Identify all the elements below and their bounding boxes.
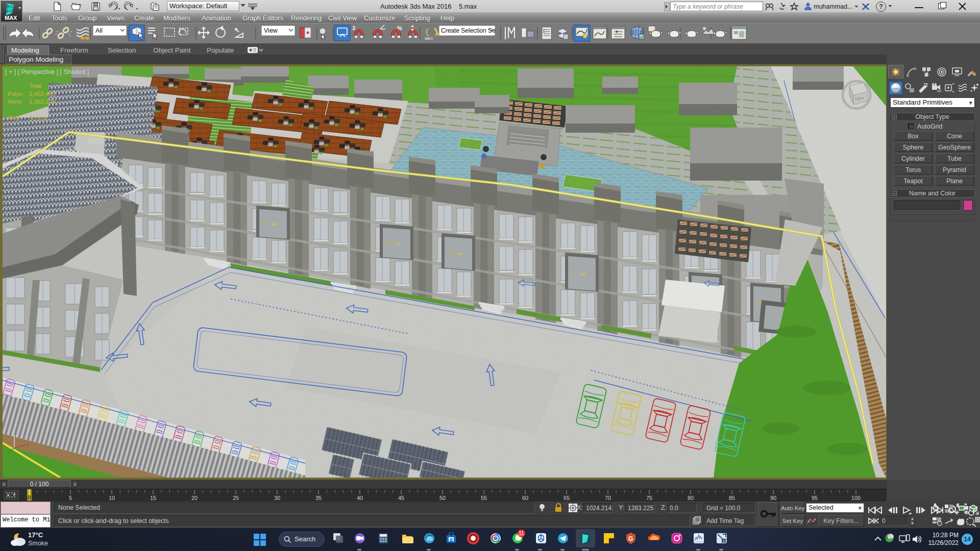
svg-text:40: 40 xyxy=(357,495,363,501)
svg-text:muhammad...: muhammad... xyxy=(814,3,852,10)
svg-text:50: 50 xyxy=(439,495,446,501)
svg-text:45: 45 xyxy=(398,495,404,501)
svg-text:35: 35 xyxy=(315,495,322,501)
svg-text:60: 60 xyxy=(522,495,528,501)
svg-text:5: 5 xyxy=(69,495,72,501)
svg-text:85: 85 xyxy=(729,495,735,501)
svg-text:55: 55 xyxy=(481,495,487,501)
svg-text:30: 30 xyxy=(274,495,280,501)
svg-text:15: 15 xyxy=(150,495,156,501)
svg-text:65: 65 xyxy=(564,495,570,501)
svg-text:0: 0 xyxy=(28,494,31,500)
svg-text:20: 20 xyxy=(191,495,198,501)
svg-text:25: 25 xyxy=(233,495,239,501)
svg-text:View: View xyxy=(264,27,278,34)
svg-text:G: G xyxy=(628,535,633,542)
svg-text:100: 100 xyxy=(851,495,861,501)
svg-text:80: 80 xyxy=(688,495,694,501)
svg-text:All: All xyxy=(95,27,103,34)
svg-text:3: 3 xyxy=(352,25,355,31)
svg-text:Create Selection Se: Create Selection Se xyxy=(441,27,496,34)
svg-text:%: % xyxy=(397,25,402,31)
svg-text:10: 10 xyxy=(109,495,115,501)
svg-text:70: 70 xyxy=(605,495,611,501)
svg-text:12: 12 xyxy=(723,539,727,543)
svg-text:ABC: ABC xyxy=(425,36,433,41)
svg-text:40: 40 xyxy=(937,89,941,93)
svg-text:75: 75 xyxy=(646,495,652,501)
svg-text:95: 95 xyxy=(812,495,818,501)
svg-text:MAX: MAX xyxy=(5,15,17,21)
svg-text:90: 90 xyxy=(770,495,776,501)
